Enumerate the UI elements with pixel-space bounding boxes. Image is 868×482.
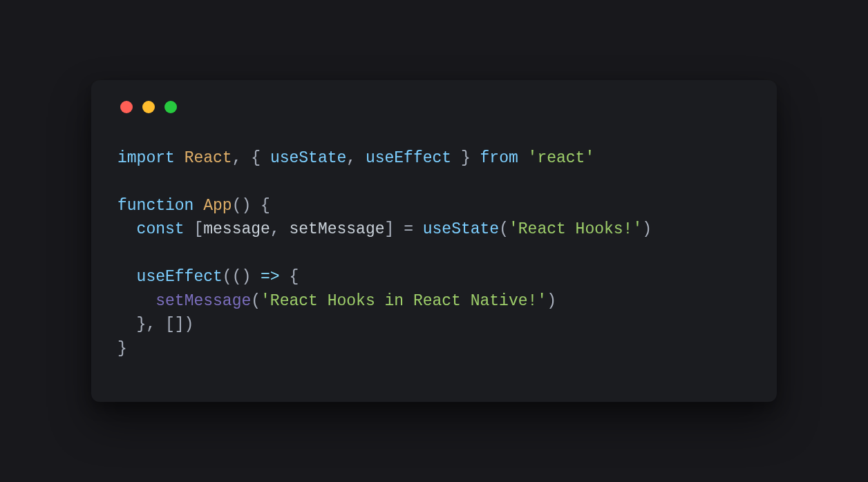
minimize-icon[interactable] [142,101,155,113]
line-9: } [117,340,127,358]
line-8: }, []) [117,316,194,334]
code-block: import React, { useState, useEffect } fr… [117,146,751,361]
code-window: import React, { useState, useEffect } fr… [91,80,777,403]
close-icon[interactable] [120,101,133,113]
maximize-icon[interactable] [164,101,177,113]
line-4: const [message, setMessage] = useState('… [117,220,652,238]
line-6: useEffect(() => { [117,268,299,286]
line-7: setMessage('React Hooks in React Native!… [117,292,556,310]
line-1: import React, { useState, useEffect } fr… [117,149,594,167]
line-3: function App() { [117,197,270,215]
window-traffic-lights [117,101,751,113]
